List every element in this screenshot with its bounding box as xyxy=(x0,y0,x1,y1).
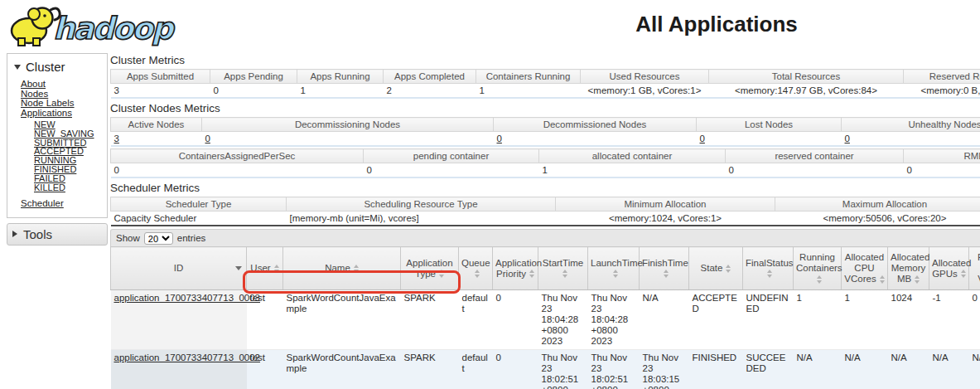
metric-value: <memory:1 GB, vCores:1> xyxy=(581,84,709,99)
column-header-finishtime[interactable]: FinishTime xyxy=(640,247,689,290)
column-header-starttime[interactable]: StartTime xyxy=(538,247,588,290)
metric-value: 0 xyxy=(842,132,980,147)
sort-icon xyxy=(767,270,772,278)
cluster-nodes-metrics-table-2: ContainersAssignedPerSec pending contain… xyxy=(110,148,980,178)
finalstatus-cell: SUCCEEDED xyxy=(743,350,794,389)
page-size-select[interactable]: 20 xyxy=(144,232,173,245)
table-row: Scheduler Type Scheduling Resource Type … xyxy=(111,197,980,212)
column-header-finalstatus[interactable]: FinalStatus xyxy=(743,247,794,290)
metric-value: [memory-mb (unit=Mi), vcores] xyxy=(287,212,556,226)
column-header: ContainersAssignedPerSec xyxy=(111,149,364,163)
metric-value: <memory:1024, vCores:1> xyxy=(556,212,775,226)
sort-icon xyxy=(475,270,480,278)
sidebar-item-applications[interactable]: Applications xyxy=(21,109,102,119)
column-header-id[interactable]: ID xyxy=(111,247,247,290)
user-cell: test xyxy=(247,290,283,350)
queue-cell: default xyxy=(459,290,493,350)
metric-value: 0 xyxy=(364,163,539,178)
column-header: Scheduling Resource Type xyxy=(287,197,556,212)
column-header: allocated container xyxy=(539,149,726,163)
starttime-cell: Thu Nov 23 18:04:28 +0800 2023 xyxy=(538,290,588,350)
metric-value: 0 xyxy=(494,132,697,147)
sidebar-item-node-labels[interactable]: Node Labels xyxy=(21,99,102,109)
cluster-nodes-metrics-heading: Cluster Nodes Metrics xyxy=(110,103,980,114)
finishtime-cell: Thu Nov 23 18:03:15 +0800 2023 xyxy=(640,350,689,389)
application-id-link[interactable]: application_1700733407713_0003 xyxy=(114,293,261,303)
application-id-cell: application_1700733407713_0003 xyxy=(111,290,247,350)
cluster-nav-header[interactable]: Cluster xyxy=(12,58,102,80)
decommissioning-nodes-link[interactable]: 0 xyxy=(205,134,210,143)
column-header: Used Resources xyxy=(581,70,709,84)
application-type-cell: SPARK xyxy=(401,350,459,389)
column-header-reserved-cpu-vcores[interactable]: Reserved CPU VCores xyxy=(969,247,980,290)
column-header-name[interactable]: Name xyxy=(283,247,401,290)
tools-nav-label: Tools xyxy=(23,227,52,241)
column-header-user[interactable]: User xyxy=(247,247,283,290)
sort-icon xyxy=(726,265,731,273)
sort-icon xyxy=(354,265,359,273)
column-header-application-type[interactable]: Application Type xyxy=(401,247,459,290)
unhealthy-nodes-link[interactable]: 0 xyxy=(845,134,850,143)
cluster-nav-box: Cluster About Nodes Node Labels Applicat… xyxy=(7,53,108,218)
column-header: reserved container xyxy=(726,149,904,163)
column-header-allocated-memory-mb[interactable]: Allocated Memory MB xyxy=(888,247,929,290)
state-cell: FINISHED xyxy=(689,350,743,389)
active-nodes-link[interactable]: 3 xyxy=(114,134,119,143)
metric-value: 1 xyxy=(297,84,384,99)
column-header-queue[interactable]: Queue xyxy=(459,247,493,290)
table-row: 0 0 1 0 0 xyxy=(111,163,980,178)
main-content: Cluster Metrics Apps Submitted Apps Pend… xyxy=(110,54,980,389)
allocated-cpu-cell: N/A xyxy=(842,350,888,389)
sort-icon xyxy=(817,275,822,284)
column-header: Apps Completed xyxy=(384,70,476,84)
page-title: All Applications xyxy=(635,12,798,37)
column-header: Apps Pending xyxy=(210,70,297,84)
column-header-launchtime[interactable]: LaunchTime xyxy=(588,247,640,290)
application-type-cell: SPARK xyxy=(401,290,459,350)
metric-value: 0 xyxy=(726,163,904,178)
sort-icon xyxy=(562,270,567,278)
state-cell: ACCEPTED xyxy=(689,290,743,350)
column-header-state[interactable]: State xyxy=(689,247,743,290)
application-id-cell: application_1700733407713_0002 xyxy=(111,350,247,389)
lost-nodes-link[interactable]: 0 xyxy=(700,134,705,143)
application-id-link[interactable]: application_1700733407713_0002 xyxy=(114,353,261,362)
tools-nav-header[interactable]: Tools xyxy=(7,223,108,246)
application-row: application_1700733407713_0003 test Spar… xyxy=(111,290,980,350)
priority-cell: 0 xyxy=(493,350,538,389)
metric-value: <memory:0 B, vCores:0> xyxy=(904,84,980,99)
running-containers-cell: 1 xyxy=(794,290,842,350)
column-header: Unhealthy Nodes xyxy=(842,118,980,132)
queue-cell: default xyxy=(459,350,493,389)
column-header: Containers Running xyxy=(476,70,581,84)
cluster-nav-label: Cluster xyxy=(26,60,65,74)
table-row: Active Nodes Decommissioning Nodes Decom… xyxy=(111,118,980,132)
reserved-cpu-cell: N/A xyxy=(969,350,980,389)
decommissioned-nodes-link[interactable]: 0 xyxy=(497,134,502,143)
column-header-running-containers[interactable]: Running Containers xyxy=(794,247,842,290)
column-header: Active Nodes xyxy=(111,118,202,132)
sidebar-item-killed[interactable]: KILLED xyxy=(34,183,102,192)
sidebar-item-failed[interactable]: FAILED xyxy=(34,174,102,183)
allocated-cpu-cell: 1 xyxy=(842,290,888,350)
column-header-application-priority[interactable]: Application Priority xyxy=(493,247,538,290)
table-row: 3 0 0 0 0 xyxy=(111,132,980,147)
column-header: Decommissioned Nodes xyxy=(494,118,697,132)
allocated-gpus-cell: N/A xyxy=(929,350,969,389)
hadoop-logo[interactable]: hadoop xyxy=(7,2,176,48)
applications-header-row: ID User Name Application Type Queue Appl… xyxy=(111,247,980,290)
table-length-toolbar: Show 20 entries xyxy=(110,229,980,246)
metric-value: 0 xyxy=(904,163,980,178)
entries-label: entries xyxy=(177,233,206,243)
column-header-allocated-cpu-vcores[interactable]: Allocated CPU VCores xyxy=(842,247,888,290)
sidebar-item-about[interactable]: About xyxy=(21,80,102,90)
table-row: Capacity Scheduler [memory-mb (unit=Mi),… xyxy=(111,212,980,226)
sidebar-item-new-saving[interactable]: NEW_SAVING xyxy=(34,129,102,139)
name-cell: SparkWordCountJavaExample xyxy=(283,350,401,389)
column-header-allocated-gpus[interactable]: Allocated GPUs xyxy=(929,247,969,290)
column-header: Apps Running xyxy=(297,70,384,84)
sort-icon xyxy=(613,270,618,278)
metric-value: 2 xyxy=(384,84,476,99)
sidebar-item-scheduler[interactable]: Scheduler xyxy=(21,199,102,209)
cluster-nodes-metrics-table-1: Active Nodes Decommissioning Nodes Decom… xyxy=(110,117,980,147)
